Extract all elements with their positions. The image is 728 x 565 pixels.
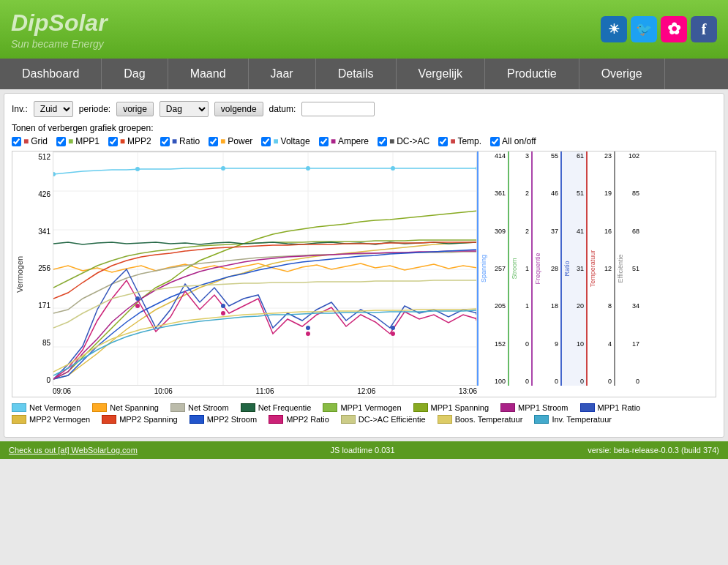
svg-point-17 xyxy=(135,296,140,301)
toggle-voltage[interactable]: ■ Voltage xyxy=(261,136,309,146)
svg-point-12 xyxy=(135,167,140,171)
svg-point-22 xyxy=(135,304,140,308)
x-tick-4: 13:06 xyxy=(459,387,477,395)
twitter-icon[interactable]: 🐦 xyxy=(631,16,657,42)
flickr-icon[interactable]: ✿ xyxy=(661,16,687,42)
toggle-power[interactable]: ■ Power xyxy=(209,136,252,146)
svg-point-19 xyxy=(306,326,310,330)
inv-select[interactable]: Zuid xyxy=(34,101,73,117)
legend-boos-temp: Boos. Temperatuur xyxy=(438,415,523,424)
y-tick-4: 171 xyxy=(29,302,50,310)
nav-jaar[interactable]: Jaar xyxy=(249,59,316,89)
temperatuur-label: Temperatuur xyxy=(589,250,596,288)
toggle-dc-ac[interactable]: ■ DC->AC xyxy=(378,136,429,146)
svg-point-14 xyxy=(306,166,310,171)
inv-label: Inv.: xyxy=(12,104,28,114)
legend-mpp1-ratio: MPP1 Ratio xyxy=(580,403,641,412)
toggle-grid[interactable]: ■ Grid xyxy=(12,136,48,146)
nav-dag[interactable]: Dag xyxy=(102,59,168,89)
footer: Check us out [at] WebSolarLog.com JS loa… xyxy=(0,441,728,459)
nav-details[interactable]: Details xyxy=(316,59,397,89)
facebook-icon[interactable]: f xyxy=(691,16,717,42)
svg-point-15 xyxy=(391,166,395,171)
efficientie-label: Efficiëntie xyxy=(617,255,624,283)
ratio-label: Ratio xyxy=(563,261,571,276)
y-tick-3: 256 xyxy=(29,264,50,272)
nav-vergelijk[interactable]: Vergelijk xyxy=(397,59,485,89)
legend-mpp2-vermogen: MPP2 Vermogen xyxy=(12,415,90,424)
chart-container: Vermogen 512 426 341 256 171 85 0 xyxy=(12,151,716,397)
toggle-section-label: Tonen of verbergen grafiek groepen: xyxy=(12,123,716,133)
footer-center: JS loadtime 0.031 xyxy=(331,446,395,454)
toggle-mpp2[interactable]: ■ MPP2 xyxy=(108,136,151,146)
legend-mpp2-spanning: MPP2 Spanning xyxy=(102,415,178,424)
spanning-label: Spanning xyxy=(480,255,487,282)
nav-dashboard[interactable]: Dashboard xyxy=(0,59,102,89)
period-label: periode: xyxy=(79,104,110,114)
toggle-all[interactable]: All on/off xyxy=(490,136,536,146)
legend-mpp1-spanning: MPP1 Spanning xyxy=(413,403,489,412)
y-tick-5: 85 xyxy=(29,339,50,347)
footer-right: versie: beta-release-0.0.3 (build 374) xyxy=(588,446,719,454)
logo-area: DipSolar Sun became Energy xyxy=(11,10,108,50)
x-tick-3: 12:06 xyxy=(357,387,375,395)
svg-point-20 xyxy=(391,326,395,330)
legend-mpp1-stroom: MPP1 Stroom xyxy=(500,403,568,412)
chart-svg xyxy=(53,151,477,386)
x-tick-0: 09:06 xyxy=(53,387,71,395)
y-tick-6: 0 xyxy=(29,376,50,384)
y-tick-0: 512 xyxy=(29,153,50,161)
legend-mpp1-vermogen: MPP1 Vermogen xyxy=(323,403,401,412)
svg-point-18 xyxy=(221,304,225,308)
solar-icon[interactable]: ☀ xyxy=(601,16,627,42)
x-tick-1: 10:06 xyxy=(154,387,173,395)
toggle-group: ■ Grid ■ MPP1 ■ MPP2 ■ Ratio ■ Power ■ V… xyxy=(12,136,716,146)
toggle-ratio[interactable]: ■ Ratio xyxy=(160,136,200,146)
x-tick-2: 11:06 xyxy=(255,387,274,395)
next-button[interactable]: volgende xyxy=(214,102,263,116)
social-icons: ☀ 🐦 ✿ f xyxy=(601,16,717,42)
nav-overige[interactable]: Overige xyxy=(579,59,665,89)
date-label: datum: xyxy=(269,104,296,114)
y-tick-2: 341 xyxy=(29,228,50,236)
right-axes: 414 361 309 257 205 152 100 Spanning 3 2… xyxy=(477,151,642,386)
svg-point-23 xyxy=(221,311,225,315)
legend-net-frequentie: Net Frequentie xyxy=(241,403,312,412)
svg-point-25 xyxy=(391,332,395,336)
legend-net-vermogen: Net Vermogen xyxy=(12,403,80,412)
legend-mpp2-stroom: MPP2 Stroom xyxy=(189,415,257,424)
y-axis-label: Vermogen xyxy=(12,151,27,397)
svg-point-13 xyxy=(221,166,225,171)
prev-button[interactable]: vorige xyxy=(116,102,154,116)
footer-left[interactable]: Check us out [at] WebSolarLog.com xyxy=(9,446,138,454)
logo-title: DipSolar xyxy=(11,10,108,37)
legend-dc-ac: DC->AC Efficiëntie xyxy=(341,415,426,424)
main-content: Inv.: Zuid periode: vorige Dag Week Maan… xyxy=(4,93,724,438)
legend-net-spanning: Net Spanning xyxy=(92,403,159,412)
toggle-ampere[interactable]: ■ Ampere xyxy=(319,136,369,146)
y-tick-1: 426 xyxy=(29,190,50,198)
stroom-label: Stroom xyxy=(511,258,518,279)
toggle-temp[interactable]: ■ Temp. xyxy=(438,136,481,146)
nav-productie[interactable]: Productie xyxy=(485,59,579,89)
toggle-mpp1[interactable]: ■ MPP1 xyxy=(56,136,100,146)
svg-point-11 xyxy=(53,172,56,176)
legend-net-stroom: Net Stroom xyxy=(170,403,229,412)
header: DipSolar Sun became Energy ☀ 🐦 ✿ f xyxy=(0,0,728,59)
period-select[interactable]: Dag Week Maand xyxy=(160,101,209,117)
legend-inv-temp: Inv. Temperatuur xyxy=(534,415,612,424)
svg-point-24 xyxy=(306,332,310,336)
frequentie-label: Frequentie xyxy=(534,252,541,284)
logo-subtitle: Sun became Energy xyxy=(11,38,108,50)
legend-mpp2-ratio: MPP2 Ratio xyxy=(269,415,329,424)
navigation: Dashboard Dag Maand Jaar Details Vergeli… xyxy=(0,59,728,89)
chart-legend: Net Vermogen Net Spanning Net Stroom Net… xyxy=(12,397,716,430)
controls-row: Inv.: Zuid periode: vorige Dag Week Maan… xyxy=(12,101,716,117)
date-input[interactable]: 27-11-2012 xyxy=(301,102,375,116)
nav-maand[interactable]: Maand xyxy=(168,59,249,89)
x-axis: 09:06 10:06 11:06 12:06 13:06 xyxy=(53,386,477,397)
